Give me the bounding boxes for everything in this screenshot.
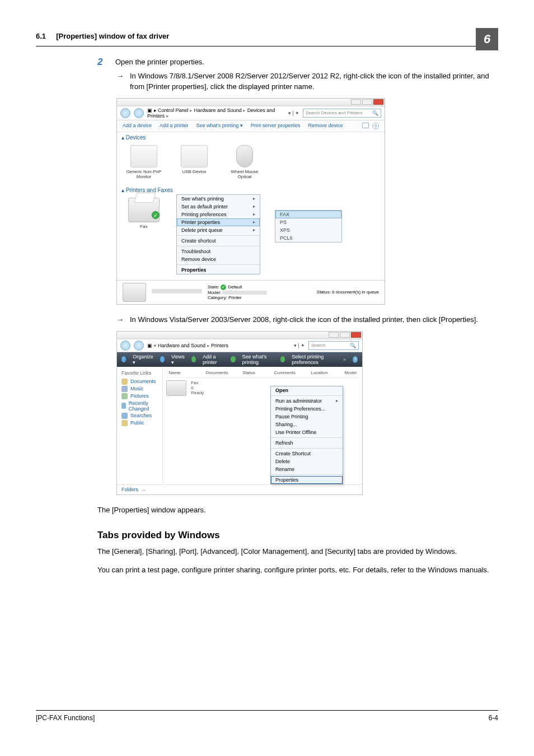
mi-create-shortcut[interactable]: Create Shortcut	[271, 450, 343, 458]
step-sub-a: → In Windows 7/8/8.1/Server 2008 R2/Serv…	[116, 71, 498, 92]
add-device-button[interactable]: Add a device	[123, 123, 152, 129]
sm-pcl6[interactable]: PCL6	[275, 234, 341, 242]
mi-create-shortcut[interactable]: Create shortcut	[177, 237, 260, 245]
mi-offline[interactable]: Use Printer Offline	[271, 428, 343, 436]
print-server-properties-button[interactable]: Print server properties	[251, 123, 301, 129]
title-bar	[117, 99, 385, 106]
printer-fax[interactable]: ✓ Fax	[126, 198, 162, 229]
printer-icon	[166, 380, 186, 396]
search-icon: 🔍	[350, 343, 356, 348]
breadcrumb: ▣ ▸ Control Panel ▸ Hardware and Sound ▸…	[117, 106, 385, 120]
mi-sharing[interactable]: Sharing...	[271, 421, 343, 428]
mi-delete[interactable]: Delete	[271, 458, 343, 465]
footer-left: [PC-FAX Functions]	[36, 714, 95, 722]
nav-pictures[interactable]: Pictures	[121, 393, 158, 400]
sm-ps[interactable]: PS	[275, 218, 341, 226]
folders-bar[interactable]: Folders ︿	[117, 484, 362, 494]
mi-refresh[interactable]: Refresh	[271, 439, 343, 447]
page-header: 6.1 [Properties] window of fax driver 6	[36, 28, 498, 46]
sm-fax[interactable]: FAX	[275, 211, 341, 218]
toolbar: Add a device Add a printer See what's pr…	[117, 120, 385, 132]
documents-icon	[121, 379, 128, 385]
nav-forward-button[interactable]	[134, 108, 144, 118]
view-button[interactable]	[362, 123, 369, 128]
title-bar	[117, 332, 362, 339]
page-footer: [PC-FAX Functions] 6-4	[36, 710, 498, 722]
add-printer-button[interactable]: Add a printer	[203, 354, 224, 365]
sm-xps[interactable]: XPS	[275, 226, 341, 234]
nav-forward-button[interactable]	[134, 340, 144, 351]
close-button[interactable]	[373, 99, 383, 105]
help-button[interactable]: ?	[372, 123, 379, 129]
nav-back-button[interactable]	[120, 108, 130, 118]
add-printer-button[interactable]: Add a printer	[160, 123, 189, 129]
search-input[interactable]: Search Devices and Printers 🔍	[303, 109, 381, 118]
mi-see-printing[interactable]: See what's printing▸	[177, 195, 260, 203]
mi-printing-prefs[interactable]: Printing preferences▸	[177, 211, 260, 218]
mi-printer-properties[interactable]: Printer properties▸	[177, 218, 260, 226]
check-icon: ✓	[221, 284, 226, 290]
footer-right: 6-4	[489, 714, 498, 722]
select-prefs-button[interactable]: Select printing preferences	[292, 354, 336, 365]
step-text: Open the printer properties.	[115, 57, 204, 68]
tabs-para-1: The [General], [Sharing], [Port], [Advan…	[97, 547, 498, 557]
nav-public[interactable]: Public	[121, 419, 158, 427]
main-pane: Name Documents Status Comments Location …	[163, 367, 362, 484]
nav-pane: Favorite Links Documents Music Pictures …	[117, 367, 163, 484]
column-headers[interactable]: Name Documents Status Comments Location …	[166, 369, 359, 378]
nav-searches[interactable]: Searches	[121, 412, 158, 419]
step-2: 2 Open the printer properties.	[97, 57, 498, 68]
see-whats-printing-button[interactable]: See what's printing ▾	[196, 123, 243, 129]
mi-printing-prefs[interactable]: Printing Preferences...	[271, 405, 343, 413]
step-number: 2	[97, 57, 105, 68]
minimize-button[interactable]	[351, 99, 361, 105]
mi-remove-device[interactable]: Remove device	[177, 255, 260, 263]
context-menu: See what's printing▸ Set as default prin…	[176, 194, 260, 274]
monitor-icon	[130, 145, 157, 167]
nav-documents[interactable]: Documents	[121, 378, 158, 385]
mi-delete-queue[interactable]: Delete print queue▸	[177, 226, 260, 234]
mi-properties[interactable]: Properties	[177, 266, 260, 274]
public-icon	[121, 420, 128, 426]
default-check-icon: ✓	[152, 211, 160, 219]
chapter-badge: 6	[476, 28, 498, 50]
breadcrumb: ▣ « Hardware and Sound ▸ Printers ▾ | ✦ …	[117, 339, 362, 352]
tabs-heading: Tabs provided by Windows	[97, 530, 498, 541]
breadcrumb-path[interactable]: ▣ ▸ Control Panel ▸ Hardware and Sound ▸…	[147, 108, 285, 119]
organize-button[interactable]: Organize ▾	[133, 354, 153, 365]
mi-rename[interactable]: Rename	[271, 465, 343, 473]
add-printer-icon	[191, 356, 196, 362]
devices-row: Generic Non-PnP Monitor USB Device Wheel…	[117, 143, 385, 185]
see-printing-button[interactable]: See what's printing	[242, 354, 274, 365]
prefs-icon	[280, 356, 285, 362]
views-button[interactable]: Views ▾	[171, 354, 185, 365]
device-mouse[interactable]: Wheel Mouse Optical	[227, 145, 263, 179]
nav-back-button[interactable]	[120, 340, 130, 351]
section-title: [Properties] window of fax driver	[56, 32, 169, 40]
pictures-icon	[121, 393, 128, 399]
views-icon	[160, 356, 165, 362]
chevron-up-icon: ︿	[142, 487, 146, 493]
nav-music[interactable]: Music	[121, 385, 158, 393]
breadcrumb-path[interactable]: ▣ « Hardware and Sound ▸ Printers	[147, 343, 291, 348]
mi-run-admin[interactable]: Run as administrator▸	[271, 397, 343, 405]
help-button[interactable]: ?	[353, 356, 358, 363]
maximize-button[interactable]	[362, 99, 372, 105]
see-printing-icon	[231, 356, 235, 362]
device-usb[interactable]: USB Device	[176, 145, 212, 179]
mi-troubleshoot[interactable]: Troubleshoot	[177, 248, 260, 255]
minimize-button[interactable]	[329, 332, 339, 338]
step-sub-b: → In Windows Vista/Server 2003/Server 20…	[116, 315, 498, 325]
device-monitor[interactable]: Generic Non-PnP Monitor	[126, 145, 162, 179]
search-input[interactable]: Search 🔍	[308, 341, 359, 350]
devices-heading: ▴ Devices	[117, 132, 385, 143]
mi-set-default[interactable]: Set as default printer▸	[177, 203, 260, 211]
maximize-button[interactable]	[340, 332, 350, 338]
nav-recently-changed[interactable]: Recently Changed	[121, 400, 158, 412]
close-button[interactable]	[351, 332, 361, 338]
remove-device-button[interactable]: Remove device	[308, 123, 343, 129]
mi-properties[interactable]: Properties	[271, 476, 343, 484]
recent-icon	[121, 403, 126, 409]
mi-open[interactable]: Open	[271, 386, 343, 394]
mi-pause[interactable]: Pause Printing	[271, 413, 343, 421]
